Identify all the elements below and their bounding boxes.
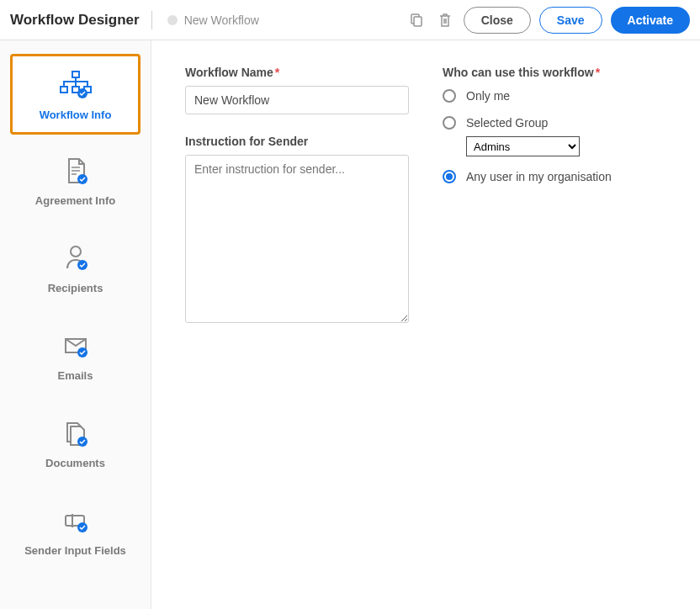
sidebar-item-label: Documents	[45, 457, 105, 469]
header: Workflow Designer New Workflow Close Sav…	[0, 0, 700, 40]
workflow-name-input[interactable]	[185, 86, 409, 114]
svg-rect-2	[72, 71, 79, 77]
sender-input-fields-icon	[57, 504, 94, 538]
save-button[interactable]: Save	[539, 7, 602, 34]
radio-any-user-label: Any user in my organisation	[466, 170, 612, 183]
sidebar-item-recipients[interactable]: Recipients	[10, 225, 141, 310]
sidebar-item-label: Recipients	[48, 282, 103, 294]
workflow-name-label: Workflow Name*	[185, 66, 409, 79]
sidebar: Workflow Info Agreement Info	[0, 40, 151, 609]
sidebar-item-agreement-info[interactable]: Agreement Info	[10, 138, 141, 222]
main-panel: Workflow Name* Instruction for Sender Wh…	[151, 40, 700, 609]
radio-only-me[interactable]	[443, 89, 456, 103]
breadcrumb: New Workflow	[167, 13, 259, 27]
emails-icon	[57, 329, 94, 363]
activate-button[interactable]: Activate	[611, 7, 690, 34]
sidebar-item-documents[interactable]: Documents	[10, 400, 141, 485]
radio-selected-group[interactable]	[443, 116, 456, 130]
instruction-label: Instruction for Sender	[185, 135, 409, 148]
sidebar-item-workflow-info[interactable]: Workflow Info	[10, 54, 141, 135]
svg-rect-3	[61, 87, 67, 93]
documents-icon	[57, 416, 94, 450]
svg-rect-1	[414, 17, 422, 26]
sidebar-item-label: Workflow Info	[40, 109, 112, 121]
radio-any-user[interactable]	[443, 170, 456, 183]
breadcrumb-status-dot	[167, 15, 178, 25]
sidebar-item-label: Sender Input Fields	[24, 544, 126, 557]
workflow-info-icon	[57, 68, 94, 102]
close-button[interactable]: Close	[464, 7, 531, 34]
sidebar-item-sender-input-fields[interactable]: Sender Input Fields	[10, 488, 141, 572]
instruction-textarea[interactable]	[185, 155, 409, 323]
radio-only-me-label: Only me	[466, 89, 510, 103]
trash-icon[interactable]	[435, 10, 455, 30]
app-title: Workflow Designer	[10, 12, 151, 29]
header-actions: Close Save Activate	[406, 7, 690, 34]
breadcrumb-label: New Workflow	[184, 13, 259, 27]
who-can-use-radio-group: Only me Selected Group Admins	[443, 89, 666, 183]
copy-icon[interactable]	[406, 10, 427, 30]
radio-selected-group-label: Selected Group	[466, 116, 548, 130]
selected-group-select[interactable]: Admins	[466, 136, 580, 156]
svg-point-8	[71, 246, 81, 257]
sidebar-item-emails[interactable]: Emails	[10, 313, 141, 397]
sidebar-item-label: Agreement Info	[35, 194, 115, 207]
recipients-icon	[57, 241, 94, 275]
header-divider	[151, 11, 152, 29]
who-can-use-label: Who can use this workflow*	[443, 66, 666, 79]
sidebar-item-label: Emails	[58, 369, 93, 382]
agreement-info-icon	[57, 154, 94, 188]
